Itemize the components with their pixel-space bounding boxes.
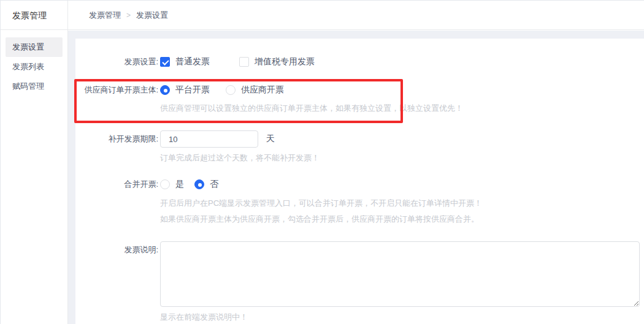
merge-invoice-help-2: 如果供应商开票主体为供应商开票，勾选合并开票后，供应商开票的订单将按供应商合并。 (160, 214, 479, 225)
reissue-deadline-row: 补开发票期限: 天 (75, 130, 275, 148)
sidebar-item-invoice-settings[interactable]: 发票设置 (6, 37, 63, 57)
invoice-note-help: 显示在前端发票说明中！ (160, 312, 248, 323)
invoice-note-textarea[interactable] (160, 241, 640, 307)
merge-invoice-row: 合并开票: 是 否 (75, 179, 218, 190)
invoice-note-label: 发票说明: (75, 241, 158, 255)
reissue-deadline-help: 订单完成后超过这个天数，将不能补开发票！ (160, 153, 320, 164)
sidebar-divider (67, 1, 68, 324)
merge-yes-radio[interactable] (160, 179, 170, 189)
supplier-subject-help: 供应商管理可以设置独立的供应商订单开票主体，如果有独立设置，以独立设置优先！ (160, 103, 463, 114)
sidebar: 发票设置 发票列表 赋码管理 (1, 31, 67, 324)
invoice-type-label: 发票设置: (75, 56, 158, 67)
reissue-deadline-input[interactable] (160, 130, 258, 148)
vat-invoice-checkbox[interactable] (239, 57, 249, 67)
breadcrumb: 发票管理 > 发票设置 (89, 1, 168, 30)
supplier-invoicing-radio[interactable] (226, 85, 236, 95)
normal-invoice-checkbox[interactable] (160, 57, 170, 67)
module-title: 发票管理 (12, 1, 47, 30)
merge-no-radio[interactable] (194, 179, 204, 189)
sidebar-item-invoice-list[interactable]: 发票列表 (6, 57, 63, 77)
invoice-type-row: 发票设置: 普通发票 增值税专用发票 (75, 56, 315, 68)
settings-card: 发票设置: 普通发票 增值税专用发票 供应商订单开票主体: 平台开票 供应商开票… (75, 39, 644, 324)
merge-invoice-help-1: 开启后用户在PC端显示发票管理入口，可以合并订单开票，不开启只能在订单详情中开票… (160, 198, 482, 209)
breadcrumb-separator-icon: > (126, 11, 131, 20)
invoice-admin-app: 发票管理 发票管理 > 发票设置 发票设置 发票列表 赋码管理 发票设置: 普通… (0, 0, 644, 324)
merge-yes-label[interactable]: 是 (175, 179, 184, 190)
vat-invoice-label[interactable]: 增值税专用发票 (255, 56, 315, 67)
reissue-deadline-label: 补开发票期限: (75, 134, 158, 145)
days-unit-label: 天 (266, 134, 275, 145)
breadcrumb-invoice-management[interactable]: 发票管理 (89, 10, 121, 21)
supplier-invoicing-label[interactable]: 供应商开票 (241, 85, 284, 96)
supplier-subject-row: 供应商订单开票主体: 平台开票 供应商开票 (75, 85, 284, 96)
supplier-subject-label: 供应商订单开票主体: (75, 85, 158, 96)
platform-invoicing-radio[interactable] (160, 85, 170, 95)
normal-invoice-label[interactable]: 普通发票 (175, 56, 210, 67)
breadcrumb-invoice-settings: 发票设置 (136, 10, 168, 21)
sidebar-item-code-management[interactable]: 赋码管理 (6, 77, 63, 96)
invoice-note-row: 发票说明: (75, 241, 640, 307)
top-header: 发票管理 发票管理 > 发票设置 (1, 1, 644, 30)
platform-invoicing-label[interactable]: 平台开票 (175, 85, 210, 96)
merge-no-label[interactable]: 否 (210, 179, 218, 190)
merge-invoice-label: 合并开票: (75, 179, 158, 190)
